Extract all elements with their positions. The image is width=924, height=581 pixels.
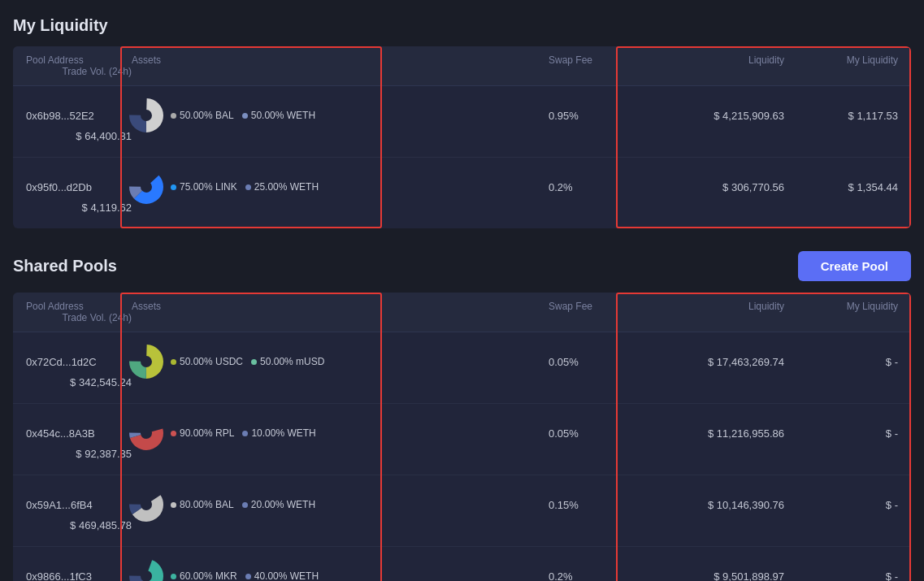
asset-dot bbox=[242, 502, 248, 508]
pie-chart bbox=[132, 347, 161, 376]
shared-pools-table-header: Pool Address Assets Swap Fee Liquidity M… bbox=[13, 293, 911, 332]
trade-vol-value: $ 92,387.35 bbox=[26, 448, 132, 460]
header-pool-address: Pool Address bbox=[26, 301, 132, 312]
trade-vol-value: $ 4,119.62 bbox=[26, 202, 132, 214]
swap-fee: 0.2% bbox=[549, 181, 670, 193]
header-liquidity: Liquidity bbox=[670, 301, 784, 312]
my-liquidity-table: Pool Address Assets Swap Fee Liquidity M… bbox=[13, 46, 911, 228]
my-liquidity-value: $ - bbox=[784, 356, 898, 368]
asset-dot bbox=[242, 431, 248, 436]
header-my-liquidity: My Liquidity bbox=[784, 54, 898, 66]
trade-vol-value: $ 64,400.81 bbox=[26, 130, 132, 142]
pool-address: 0x9866...1fC3 bbox=[26, 570, 132, 582]
asset-tag: 50.00% WETH bbox=[242, 110, 315, 121]
asset-dot bbox=[251, 359, 257, 365]
asset-tag: 80.00% BAL bbox=[171, 499, 234, 510]
header-my-liquidity: My Liquidity bbox=[784, 301, 898, 312]
my-liquidity-title: My Liquidity bbox=[13, 16, 911, 35]
my-liquidity-value: $ - bbox=[784, 570, 898, 582]
svg-point-1 bbox=[135, 104, 158, 127]
asset-tag: 90.00% RPL bbox=[171, 427, 234, 439]
header-spacer bbox=[392, 301, 549, 312]
shared-pools-title: Shared Pools bbox=[13, 257, 117, 275]
svg-point-3 bbox=[135, 176, 158, 198]
swap-fee: 0.15% bbox=[549, 499, 670, 511]
svg-point-9 bbox=[135, 493, 158, 516]
header-spacer bbox=[392, 54, 549, 66]
swap-fee: 0.2% bbox=[549, 570, 670, 582]
asset-dot bbox=[245, 184, 251, 190]
my-liquidity-value: $ - bbox=[784, 427, 898, 440]
asset-tag: 25.00% WETH bbox=[245, 181, 319, 193]
my-liquidity-table-header: Pool Address Assets Swap Fee Liquidity M… bbox=[13, 46, 911, 86]
my-liquidity-value: $ - bbox=[784, 499, 898, 511]
pool-address: 0x95f0...d2Db bbox=[26, 181, 132, 193]
pool-address: 0x72Cd...1d2C bbox=[26, 356, 132, 368]
asset-tag: 40.00% WETH bbox=[245, 570, 319, 581]
assets-cell: 80.00% BAL 20.00% WETH bbox=[132, 490, 392, 519]
asset-tag: 60.00% MKR bbox=[171, 570, 237, 581]
swap-fee: 0.05% bbox=[549, 356, 670, 368]
liquidity-value: $ 306,770.56 bbox=[670, 181, 784, 193]
header-pool-address: Pool Address bbox=[26, 54, 132, 66]
asset-dot bbox=[242, 113, 248, 119]
asset-tags: 75.00% LINK 25.00% WETH bbox=[171, 181, 319, 193]
svg-point-7 bbox=[135, 422, 158, 444]
swap-fee: 0.95% bbox=[549, 110, 670, 122]
header-assets: Assets bbox=[132, 54, 392, 66]
liquidity-value: $ 9,501,898.97 bbox=[670, 570, 784, 582]
my-liquidity-value: $ 1,117.53 bbox=[784, 110, 898, 122]
pie-chart bbox=[132, 172, 161, 202]
asset-dot bbox=[245, 574, 251, 579]
pie-chart bbox=[132, 101, 161, 130]
asset-dot bbox=[171, 113, 176, 119]
asset-tag: 50.00% BAL bbox=[171, 110, 234, 121]
assets-cell: 90.00% RPL 10.00% WETH bbox=[132, 418, 392, 448]
liquidity-value: $ 10,146,390.76 bbox=[670, 499, 784, 511]
asset-tags: 80.00% BAL 20.00% WETH bbox=[171, 499, 315, 510]
liquidity-value: $ 11,216,955.86 bbox=[670, 427, 784, 440]
liquidity-value: $ 4,215,909.63 bbox=[670, 110, 784, 122]
swap-fee: 0.05% bbox=[549, 427, 670, 440]
trade-vol-value: $ 469,485.78 bbox=[26, 519, 132, 531]
header-assets: Assets bbox=[132, 301, 392, 312]
asset-tag: 20.00% WETH bbox=[242, 499, 315, 510]
table-row[interactable]: 0x95f0...d2Db 75.00% LINK 25.00% WETH 0.… bbox=[13, 158, 911, 228]
header-trade-vol: Trade Vol. (24h) bbox=[26, 312, 132, 323]
pool-address: 0x59A1...6fB4 bbox=[26, 499, 132, 511]
table-row[interactable]: 0x9866...1fC3 60.00% MKR 40.00% WETH 0.2… bbox=[13, 547, 911, 581]
asset-tags: 50.00% USDC 50.00% mUSD bbox=[171, 356, 324, 367]
asset-dot bbox=[171, 502, 176, 508]
pie-chart bbox=[132, 418, 161, 448]
asset-dot bbox=[171, 184, 176, 190]
create-pool-button[interactable]: Create Pool bbox=[798, 251, 911, 281]
assets-cell: 75.00% LINK 25.00% WETH bbox=[132, 172, 392, 202]
table-row[interactable]: 0x454c...8A3B 90.00% RPL 10.00% WETH 0.0… bbox=[13, 404, 911, 475]
pie-chart bbox=[132, 561, 161, 581]
assets-cell: 50.00% USDC 50.00% mUSD bbox=[132, 347, 392, 376]
trade-vol-value: $ 342,545.24 bbox=[26, 376, 132, 388]
table-row[interactable]: 0x72Cd...1d2C 50.00% USDC 50.00% mUSD 0.… bbox=[13, 332, 911, 404]
asset-dot bbox=[171, 431, 176, 436]
asset-tag: 10.00% WETH bbox=[242, 427, 315, 439]
table-row[interactable]: 0x6b98...52E2 50.00% BAL 50.00% WETH 0.9… bbox=[13, 86, 911, 158]
asset-tags: 90.00% RPL 10.00% WETH bbox=[171, 427, 316, 439]
my-liquidity-value: $ 1,354.44 bbox=[784, 181, 898, 193]
asset-tag: 50.00% USDC bbox=[171, 356, 243, 367]
asset-tags: 60.00% MKR 40.00% WETH bbox=[171, 570, 319, 581]
shared-pools-header: Shared Pools Create Pool bbox=[13, 251, 911, 281]
table-row[interactable]: 0x59A1...6fB4 80.00% BAL 20.00% WETH 0.1… bbox=[13, 475, 911, 547]
asset-dot bbox=[171, 359, 176, 365]
pool-address: 0x454c...8A3B bbox=[26, 427, 132, 440]
asset-tag: 75.00% LINK bbox=[171, 181, 237, 193]
shared-pools-table: Pool Address Assets Swap Fee Liquidity M… bbox=[13, 293, 911, 581]
assets-cell: 50.00% BAL 50.00% WETH bbox=[132, 101, 392, 130]
header-swap-fee: Swap Fee bbox=[549, 54, 670, 66]
svg-point-5 bbox=[135, 350, 158, 373]
header-trade-vol: Trade Vol. (24h) bbox=[26, 66, 132, 77]
asset-tags: 50.00% BAL 50.00% WETH bbox=[171, 110, 315, 121]
header-swap-fee: Swap Fee bbox=[549, 301, 670, 312]
pie-chart bbox=[132, 490, 161, 519]
assets-cell: 60.00% MKR 40.00% WETH bbox=[132, 561, 392, 581]
pool-address: 0x6b98...52E2 bbox=[26, 110, 132, 122]
